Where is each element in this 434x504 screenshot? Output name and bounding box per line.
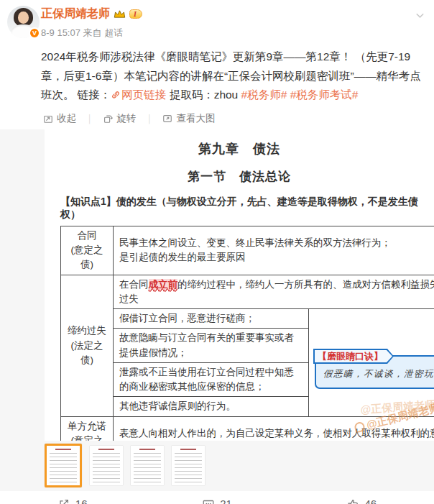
action-bar: 16 21 46 [0,491,434,504]
note-image[interactable]: 第九章 债法 第一节 债法总论 【知识点1】债的发生（与物权设立分开，先占、建造… [45,129,434,441]
view-large-image-icon [162,114,172,124]
mnemonic-callout: 【磨眼睛口诀】 假恶瞒，不诚谈，泄密玩 [315,355,434,389]
avatar-face [18,12,29,24]
like-count: 46 [364,498,377,504]
verified-v-icon: V [29,27,40,39]
rotate-button[interactable]: 旋转 [103,112,136,125]
table-row: 缔约过失 (法定之债) 在合同成立前的缔约过程中，缔约人一方所具有的、造成对方信… [61,275,434,309]
row-body: 泄露或不正当使用在订立合同过程中知悉的商业秘密或其他应保密的信息； [114,362,309,397]
thumbnail-2[interactable] [90,446,123,485]
toolbar-separator: ｜ [144,112,154,125]
mnemonic-tag: 【磨眼睛口诀】 [313,349,394,364]
thumbnail-1-selected[interactable] [45,444,82,487]
member-level-badge[interactable]: I [129,9,142,19]
speech-bubble-icon [202,498,215,504]
thumbnail-strip [0,441,434,491]
row-label: 缔约过失 (法定之债) [61,275,114,416]
like-button[interactable]: 46 [290,498,434,504]
row-body: 其他违背诚信原则的行为。 [114,397,309,416]
collapse-image-icon [43,114,53,124]
collapse-button[interactable]: 收起 [43,112,76,125]
chain-link-icon [111,90,121,100]
highlighted-term: 成立前 [149,279,178,290]
hashtag-2[interactable]: #税务师考试# [290,88,359,101]
hashtag-1[interactable]: #税务师# [241,88,287,101]
share-count: 16 [75,498,88,504]
share-arrow-icon [57,498,70,504]
crown-icon [114,9,126,19]
toolbar-separator: ｜ [85,112,94,125]
image-area: 第九章 债法 第一节 债法总论 【知识点1】债的发生（与物权设立分开，先占、建造… [0,129,434,441]
from-label: 来自 [83,27,102,38]
thumbs-up-icon [346,498,359,504]
share-button[interactable]: 16 [0,498,144,504]
weibo-logo-icon [354,421,366,434]
timestamp: 8-9 15:07 [41,27,80,38]
link-prefix: 链接： [78,88,111,101]
username[interactable]: 正保周靖老师 [41,6,110,22]
row-label: 单方允诺 (意定之债) [61,416,114,441]
post-content: 2024年税务师涉税法律《磨眼睛笔记》更新第9章——第12章！ （先更7-19章… [0,45,434,111]
section-title: 第一节 债法总论 [45,168,434,185]
row-label: 合同 (意定之债) [61,226,114,275]
chapter-title: 第九章 债法 [45,129,434,157]
knowledge-point-heading: 【知识点1】债的发生（与物权设立分开，先占、建造等是取得物权，不是发生债权） [60,196,434,221]
comment-count: 21 [220,498,232,504]
mnemonic-text: 假恶瞒，不诚谈，泄密玩 [323,367,434,381]
comment-button[interactable]: 21 [144,498,289,504]
post-header: V 正保周靖老师 I 8-9 15:07 来自 超话 [0,0,434,45]
rotate-icon [103,114,113,124]
row-body: 民事主体之间设立、变更、终止民事法律关系的双方法律行为； 是引起债的发生的最主要… [114,226,434,275]
chevron-down-icon[interactable] [415,10,425,21]
row-body: 在合同成立前的缔约过程中，缔约人一方所具有的、造成对方信赖利益损失的过失 [114,275,434,309]
web-link[interactable]: 网页链接 [111,88,166,101]
thumbnail-3[interactable] [131,446,164,485]
thumbnail-4[interactable] [172,446,205,485]
extraction-code: 提取码：zhou [170,88,239,101]
source-link[interactable]: 超话 [104,27,123,38]
table-row: 假借订立合同，恶意进行磋商； 【磨眼睛口诀】 假恶瞒，不诚谈，泄密玩 [61,309,434,329]
weibo-post: V 正保周靖老师 I 8-9 15:07 来自 超话 2024年税务师涉税法律《… [0,0,434,504]
post-meta: 8-9 15:07 来自 超话 [41,27,424,40]
row-body: 故意隐瞒与订立合同有关的重要事实或者提供虚假情况； [114,329,309,363]
table-row: 合同 (意定之债) 民事主体之间设立、变更、终止民事法律关系的双方法律行为； 是… [61,226,434,275]
row-body: 假借订立合同，恶意进行磋商； [114,309,309,329]
view-large-button[interactable]: 查看大图 [162,112,215,125]
image-toolbar: 收起 ｜ 旋转 ｜ 查看大图 [0,111,434,129]
